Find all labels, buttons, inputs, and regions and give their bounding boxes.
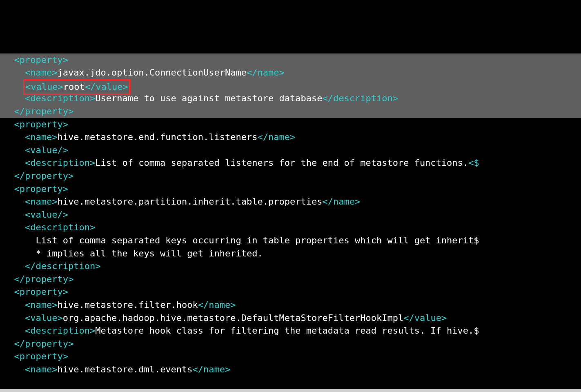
code-line[interactable]: <description> [0,221,581,234]
xml-text: * implies all the keys will get inherite… [36,248,263,258]
xml-text: hive.metastore.partition.inherit.table.p… [57,196,322,207]
xml-tag: </name> [322,196,360,207]
xml-tag: <$ [468,158,479,168]
code-line[interactable]: <name>javax.jdo.option.ConnectionUserNam… [0,66,581,79]
xml-tag: </name> [193,364,231,374]
xml-text: org.apache.hadoop.hive.metastore.Default… [63,313,403,323]
xml-tag: <property> [14,287,68,297]
xml-tag: <value/> [25,209,68,220]
code-line[interactable]: <name>hive.metastore.end.function.listen… [0,131,581,144]
xml-tag: </value> [403,313,447,323]
code-line[interactable]: </property> [0,105,581,118]
xml-text: List of comma separated keys occurring i… [36,235,479,245]
xml-tag: <description> [25,93,95,103]
code-line[interactable]: <property> [0,285,581,298]
code-line[interactable]: </property> [0,273,581,286]
code-line[interactable]: <property> [0,118,581,131]
code-line[interactable]: <description>Metastore hook class for fi… [0,324,581,337]
xml-tag: </description> [25,261,100,271]
code-line[interactable]: <description>Username to use against met… [0,92,581,105]
xml-text: Metastore hook class for filtering the m… [95,325,479,336]
xml-tag: <name> [25,196,57,207]
xml-tag: <property> [14,55,68,65]
code-line[interactable]: <property> [0,350,581,363]
code-line[interactable]: <description>List of comma separated lis… [0,156,581,169]
code-line[interactable]: <value>root</value> [0,79,581,92]
code-line[interactable]: * implies all the keys will get inherite… [0,247,581,260]
code-line[interactable]: <value/> [0,208,581,221]
code-line[interactable]: </description> [0,260,581,273]
xml-tag: </name> [247,67,285,78]
xml-tag: <name> [25,300,57,310]
xml-tag: </property> [14,274,74,284]
xml-tag: <property> [14,119,68,129]
xml-tag: <property> [14,184,68,194]
xml-tag: </name> [198,300,236,310]
code-line[interactable]: <value>org.apache.hadoop.hive.metastore.… [0,312,581,325]
xml-tag: <property> [14,351,68,361]
xml-tag: </property> [14,339,74,349]
xml-tag: <name> [25,132,57,142]
xml-tag: <value> [25,313,63,323]
xml-tag: <name> [25,67,57,78]
xml-tag: <description> [25,325,95,336]
xml-tag: <name> [25,364,57,374]
code-line[interactable]: <property> [0,183,581,196]
code-line[interactable]: <name>hive.metastore.filter.hook</name> [0,298,581,312]
xml-tag: <value> [25,82,63,92]
code-line[interactable]: </property> [0,337,581,350]
xml-text: javax.jdo.option.ConnectionUserName [57,67,247,78]
code-line[interactable]: List of comma separated keys occurring i… [0,234,581,247]
xml-tag: </property> [14,171,74,181]
xml-text: Username to use against metastore databa… [95,93,322,103]
xml-tag: <description> [25,222,95,232]
xml-text: hive.metastore.dml.events [57,364,192,374]
code-line[interactable]: </property> [0,169,581,183]
xml-tag: <value/> [25,145,68,155]
xml-tag: </name> [258,132,296,142]
xml-text: List of comma separated listeners for th… [95,158,468,168]
xml-tag: </property> [14,106,74,116]
code-line[interactable]: <name>hive.metastore.partition.inherit.t… [0,195,581,208]
code-line[interactable]: <property> [0,53,581,67]
editor-content[interactable]: <property> <name>javax.jdo.option.Connec… [0,52,581,376]
xml-tag: <description> [25,158,95,168]
code-line[interactable]: <value/> [0,144,581,157]
xml-text: hive.metastore.end.function.listeners [57,132,257,142]
xml-text: root [63,82,85,92]
search-bar[interactable]: Search [javax.jdo.option.ConnectionUs...… [0,389,581,392]
xml-tag: </description> [322,93,398,103]
xml-tag: </value> [85,82,128,92]
code-line[interactable]: <name>hive.metastore.dml.events</name> [0,363,581,376]
xml-text: hive.metastore.filter.hook [57,300,198,310]
